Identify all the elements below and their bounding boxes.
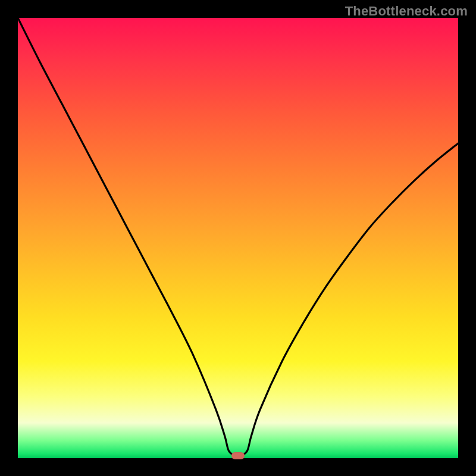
bottleneck-curve [18,18,458,458]
chart-frame: TheBottleneck.com [0,0,476,476]
watermark-text: TheBottleneck.com [345,4,468,19]
minimum-marker [231,452,245,459]
plot-area [18,18,458,458]
